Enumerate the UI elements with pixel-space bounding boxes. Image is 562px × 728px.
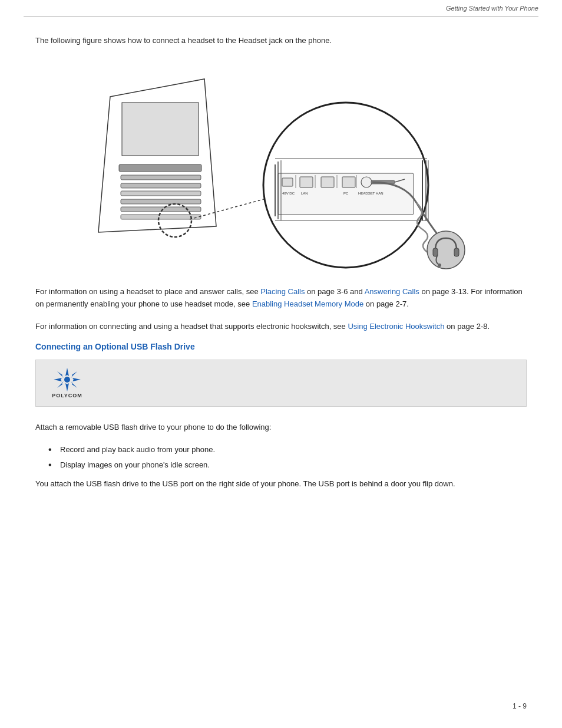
info-1-mid1: on page (305, 287, 336, 296)
svg-rect-14 (342, 177, 355, 187)
svg-rect-1 (122, 103, 199, 156)
bullet-item-2: Display images on your phone's idle scre… (53, 459, 527, 472)
info-1-ref1: 3-6 (337, 287, 348, 296)
headset-diagram: 48V DC LAN PC HEADSET HAN (75, 61, 487, 285)
electronic-hookswitch-link[interactable]: Using Electronic Hookswitch (348, 322, 444, 331)
svg-rect-11 (282, 178, 293, 186)
placing-calls-link[interactable]: Placing Calls (260, 287, 305, 296)
svg-marker-43 (71, 371, 77, 378)
svg-rect-3 (121, 175, 201, 180)
svg-marker-39 (65, 383, 69, 391)
svg-marker-45 (71, 381, 77, 388)
headset-icon (427, 231, 465, 269)
header-title: Getting Started with Your Phone (446, 5, 538, 12)
svg-marker-40 (54, 378, 62, 381)
usb-section-heading: Connecting an Optional USB Flash Drive (35, 342, 527, 351)
svg-rect-13 (321, 177, 334, 187)
svg-rect-6 (121, 199, 201, 204)
svg-point-15 (361, 177, 372, 187)
info-1-ref2: 3-13 (451, 287, 467, 296)
info-2-after: on page (444, 322, 476, 331)
note-content (100, 371, 515, 395)
info-1-mid2: on page (419, 287, 451, 296)
svg-rect-12 (300, 177, 313, 187)
main-content: The following figure shows how to connec… (0, 17, 562, 523)
svg-text:PC: PC (343, 192, 349, 195)
info-block-2: For information on connecting and using … (35, 320, 527, 332)
svg-marker-38 (65, 368, 69, 376)
info-block-1: For information on using a headset to pl… (35, 285, 527, 311)
info-1-text-before: For information on using a headset to pl… (35, 287, 260, 296)
headset-memory-link[interactable]: Enabling Headset Memory Mode (252, 299, 363, 308)
answering-calls-link[interactable]: Answering Calls (365, 287, 419, 296)
closing-text: You attach the USB flash drive to the US… (35, 477, 527, 490)
bullet-item-1: Record and play back audio from your pho… (53, 443, 527, 456)
attach-text: Attach a removable USB flash drive to yo… (35, 421, 527, 433)
svg-marker-44 (57, 381, 64, 388)
polycom-label: POLYCOM (52, 393, 82, 398)
phone-sketch (98, 79, 216, 237)
svg-rect-36 (454, 248, 459, 256)
info-1-end: on page (363, 299, 395, 308)
polycom-icon (54, 368, 81, 391)
info-1-and: and (348, 287, 364, 296)
info-2-period: . (487, 322, 490, 331)
page-container: Getting Started with Your Phone The foll… (0, 0, 562, 728)
page-number: 1 - 9 (513, 702, 527, 710)
svg-rect-2 (119, 164, 201, 172)
polycom-logo: POLYCOM (47, 368, 88, 398)
bullet-list: Record and play back audio from your pho… (53, 443, 527, 472)
svg-text:LAN: LAN (301, 192, 308, 195)
header-divider (24, 17, 538, 17)
svg-rect-8 (121, 215, 201, 219)
svg-point-46 (64, 377, 70, 383)
svg-marker-41 (72, 378, 81, 381)
svg-text:HEADSET HAN: HEADSET HAN (358, 192, 384, 195)
info-1-period: . (406, 299, 409, 308)
svg-point-37 (438, 263, 441, 267)
svg-rect-4 (121, 183, 201, 188)
info-1-ref3: 2-7 (395, 299, 406, 308)
svg-text:48V DC: 48V DC (282, 192, 295, 195)
diagram-container: 48V DC LAN PC HEADSET HAN (35, 61, 527, 285)
note-box: POLYCOM (35, 360, 527, 407)
header-region: Getting Started with Your Phone (0, 0, 562, 17)
intro-paragraph: The following figure shows how to connec… (35, 35, 527, 47)
info-2-before: For information on connecting and using … (35, 322, 348, 331)
info-2-ref: 2-8 (477, 322, 488, 331)
svg-marker-42 (57, 371, 64, 378)
svg-rect-5 (121, 191, 201, 196)
